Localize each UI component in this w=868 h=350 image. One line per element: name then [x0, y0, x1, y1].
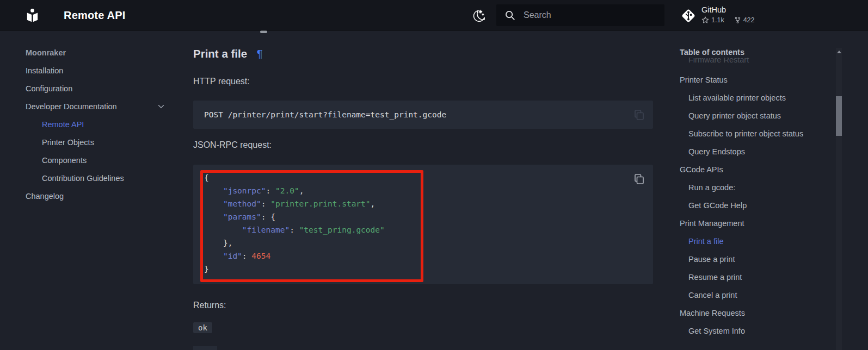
sidebar-nav-list: InstallationConfigurationDeveloper Docum… [26, 61, 183, 205]
git-repo-icon [679, 6, 698, 26]
code-line: "filename": "test_pring.gcode" [204, 223, 642, 236]
code-line: "jsonrpc": "2.0", [204, 184, 642, 197]
scrollbar-up-arrow-icon[interactable] [837, 51, 841, 53]
copy-icon[interactable] [632, 172, 645, 185]
sidebar-item[interactable]: Printer Objects [26, 133, 183, 151]
app-header: Remote API [0, 0, 868, 30]
toc-item[interactable]: Resume a print [680, 268, 833, 286]
toc-title: Table of contents [680, 48, 833, 58]
sidebar-item-label: Changelog [26, 192, 64, 201]
toc-item[interactable]: Get System Info [680, 322, 833, 340]
code-line: }, [204, 236, 642, 249]
repo-link[interactable]: GitHub 1.1k 422 [679, 4, 842, 27]
http-code-block: POST /printer/print/start?filename=test_… [193, 101, 653, 129]
toc-item[interactable]: Run a gcode: [680, 178, 833, 196]
fork-icon [734, 16, 741, 24]
toc-item[interactable]: Query Endstops [680, 142, 833, 160]
sidebar-item-label: Installation [26, 66, 63, 75]
left-nav: Moonraker InstallationConfigurationDevel… [26, 43, 183, 205]
chevron-down-icon [156, 102, 166, 111]
toc-item[interactable]: Get GCode Help [680, 196, 833, 214]
copy-icon[interactable] [632, 108, 645, 121]
fork-count: 422 [743, 16, 755, 24]
toc-item[interactable]: Print a file [680, 232, 833, 250]
sidebar-item[interactable]: Components [26, 151, 183, 169]
sidebar-item[interactable]: Contribution Guidelines [26, 169, 183, 187]
http-code-text: POST /printer/print/start?filename=test_… [193, 101, 653, 129]
sidebar-item-label: Contribution Guidelines [42, 174, 124, 183]
toc-scrollbar-track[interactable] [836, 48, 842, 350]
toc-item[interactable]: GCode APIs [680, 160, 833, 178]
code-line: { [204, 171, 642, 184]
toc-item[interactable]: List available printer objects [680, 89, 833, 107]
search-bar [496, 4, 664, 26]
returns-label: Returns: [193, 301, 226, 310]
main-content: Print a file ¶ HTTP request: POST /print… [193, 30, 653, 350]
theme-toggle-moon-icon[interactable] [470, 7, 487, 23]
table-of-contents: Table of contents Firmware Restart Print… [680, 48, 833, 340]
toc-item[interactable]: Machine Requests [680, 304, 833, 322]
sidebar-item[interactable]: Remote API [26, 115, 183, 133]
jsonrpc-request-label: JSON-RPC request: [193, 140, 272, 150]
toc-item[interactable]: Print Management [680, 214, 833, 232]
toc-item[interactable]: Pause a print [680, 250, 833, 268]
sidebar-item-label: Components [42, 156, 87, 165]
page-title: Remote API [64, 0, 126, 30]
code-line: "id": 4654 [204, 249, 642, 262]
toc-item[interactable]: Query printer object status [680, 107, 833, 124]
sidebar-item-label: Printer Objects [42, 138, 94, 147]
next-element-sliver [193, 346, 217, 350]
section-heading: Print a file ¶ [193, 47, 263, 60]
code-line: "method": "printer.print.start", [204, 197, 642, 210]
toc-scrollbar-thumb[interactable] [836, 96, 842, 136]
code-line: } [204, 262, 642, 276]
search-input[interactable] [524, 4, 660, 26]
section-heading-text: Print a file [193, 47, 247, 60]
toc-list: Printer StatusList available printer obj… [680, 71, 833, 340]
sidebar-item[interactable]: Installation [26, 61, 183, 79]
toc-item[interactable]: Printer Status [680, 71, 833, 89]
sidebar-item[interactable]: Developer Documentation [26, 97, 183, 115]
sidebar-item[interactable]: Configuration [26, 79, 183, 97]
jsonrpc-code: { "jsonrpc": "2.0", "method": "printer.p… [193, 165, 653, 284]
sidebar-item-label: Configuration [26, 84, 72, 93]
heading-anchor-link[interactable]: ¶ [257, 47, 263, 60]
http-request-label: HTTP request: [193, 77, 250, 86]
code-line: "params": { [204, 210, 642, 223]
search-icon [504, 9, 516, 21]
site-logo-icon[interactable] [24, 7, 41, 24]
star-count: 1.1k [711, 16, 724, 24]
returns-value-chip: ok [193, 322, 212, 333]
repo-name: GitHub [701, 5, 726, 14]
sidebar-item-label: Remote API [42, 120, 84, 129]
toc-item[interactable]: Cancel a print [680, 286, 833, 304]
clipped-text-remnant [260, 30, 267, 33]
repo-facts: 1.1k 422 [701, 16, 755, 24]
site-name-label: Moonraker [26, 43, 183, 61]
toc-item[interactable]: Subscribe to printer object status [680, 124, 833, 142]
jsonrpc-code-block: { "jsonrpc": "2.0", "method": "printer.p… [193, 165, 653, 284]
sidebar-item[interactable]: Changelog [26, 187, 183, 205]
star-icon [701, 16, 709, 24]
sidebar-item-label: Developer Documentation [26, 102, 117, 111]
